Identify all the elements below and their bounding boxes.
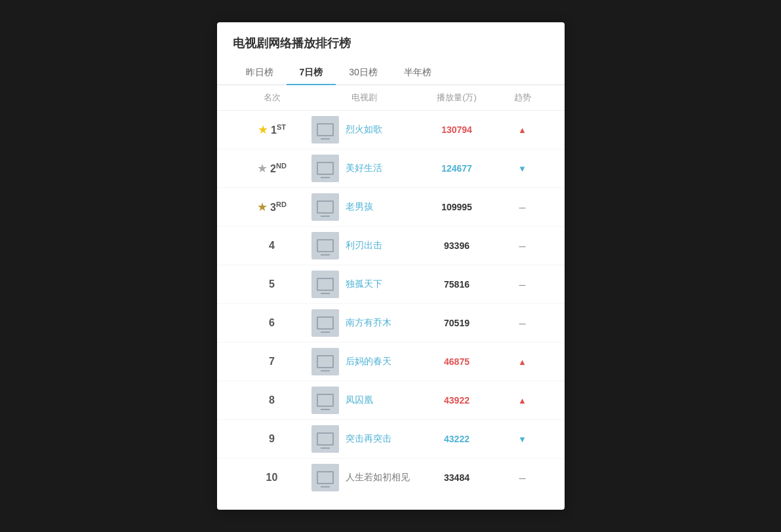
rank-cell: ★ 1ST [233, 123, 311, 137]
tv-cell: 后妈的春天 [311, 348, 418, 375]
table-row: ★ 3RD 老男孩 109995– [217, 188, 565, 227]
trend-flat-icon: – [496, 240, 549, 252]
tv-name[interactable]: 人生若如初相见 [346, 472, 410, 484]
tv-cell: 人生若如初相见 [311, 464, 418, 491]
tab-30day[interactable]: 30日榜 [336, 62, 391, 85]
tv-name[interactable]: 凤囚凰 [346, 394, 373, 406]
rank-cell: 7 [233, 356, 311, 368]
header-tv: 电视剧 [311, 92, 418, 104]
views-cell: 70519 [418, 318, 496, 328]
tab-halfyear[interactable]: 半年榜 [391, 62, 445, 85]
tv-thumbnail [311, 116, 339, 143]
rank-number: 3RD [270, 200, 287, 214]
panel-title: 电视剧网络播放排行榜 [217, 22, 565, 62]
rank-number: 6 [269, 317, 275, 329]
tv-name[interactable]: 后妈的春天 [346, 356, 391, 368]
table-row: ★ 1ST 烈火如歌 130794 [217, 111, 565, 149]
table-row: 7 后妈的春天 46875 [217, 343, 565, 381]
trend-up-icon [496, 124, 549, 135]
silver-star-icon: ★ [257, 161, 268, 176]
ranking-panel: 电视剧网络播放排行榜 昨日榜 7日榜 30日榜 半年榜 名次 电视剧 播放量(万… [217, 22, 565, 510]
table-row: 6 南方有乔木 70519– [217, 304, 565, 343]
rank-number: 5 [269, 278, 275, 290]
views-cell: 33484 [418, 472, 496, 483]
tv-thumbnail [311, 464, 339, 491]
views-cell: 130794 [418, 124, 496, 135]
rank-sup: RD [276, 200, 287, 208]
tv-thumbnail [311, 425, 339, 453]
table-row: 4 利刃出击 93396– [217, 227, 565, 265]
trend-down-icon [496, 163, 549, 174]
header-views: 播放量(万) [418, 92, 496, 104]
rank-sup: ND [276, 162, 287, 170]
rank-cell: 9 [233, 433, 311, 445]
tab-7day[interactable]: 7日榜 [287, 62, 336, 85]
tv-thumbnail [311, 232, 339, 259]
gold-star-icon: ★ [258, 123, 268, 137]
views-cell: 43922 [418, 395, 496, 406]
table-row: 9 突击再突击 43222 [217, 420, 565, 459]
tv-name[interactable]: 烈火如歌 [346, 124, 382, 136]
views-cell: 124677 [418, 163, 496, 174]
rank-number: 7 [269, 356, 275, 368]
bronze-star-icon: ★ [257, 200, 268, 214]
tv-cell: 老男孩 [311, 193, 418, 221]
trend-up-icon [496, 395, 549, 406]
rank-cell: 5 [233, 278, 311, 290]
table-body: ★ 1ST 烈火如歌 130794 ★ 2ND 美好生活 124677 ★ 3R… [217, 111, 565, 497]
table-header: 名次 电视剧 播放量(万) 趋势 [217, 85, 565, 111]
tv-cell: 烈火如歌 [311, 116, 418, 143]
tv-thumbnail [311, 193, 339, 221]
trend-flat-icon: – [496, 317, 549, 329]
tab-bar: 昨日榜 7日榜 30日榜 半年榜 [217, 62, 565, 85]
tv-cell: 南方有乔木 [311, 309, 418, 337]
header-rank: 名次 [233, 92, 311, 104]
rank-cell: 4 [233, 240, 311, 252]
table-row: 5 独孤天下 75816– [217, 265, 565, 304]
table-row: 10 人生若如初相见 33484– [217, 459, 565, 497]
tv-name[interactable]: 南方有乔木 [346, 317, 391, 329]
tv-thumbnail [311, 387, 339, 414]
table-row: 8 凤囚凰 43922 [217, 381, 565, 420]
table-row: ★ 2ND 美好生活 124677 [217, 149, 565, 188]
rank-number: 4 [269, 240, 275, 252]
tv-name[interactable]: 老男孩 [346, 201, 373, 213]
tv-name[interactable]: 突击再突击 [346, 433, 391, 445]
views-cell: 93396 [418, 240, 496, 251]
trend-down-icon [496, 434, 549, 444]
tv-name[interactable]: 利刃出击 [346, 240, 382, 252]
tv-thumbnail [311, 155, 339, 182]
rank-number: 8 [269, 394, 275, 406]
views-cell: 109995 [418, 202, 496, 212]
tv-thumbnail [311, 271, 339, 298]
tv-thumbnail [311, 348, 339, 375]
rank-cell: 10 [233, 472, 311, 484]
tv-thumbnail [311, 309, 339, 337]
trend-up-icon [496, 356, 549, 367]
rank-cell: 6 [233, 317, 311, 329]
rank-sup: ST [277, 123, 286, 131]
tab-yesterday[interactable]: 昨日榜 [233, 62, 287, 85]
rank-number: 9 [269, 433, 275, 445]
trend-flat-icon: – [496, 201, 549, 213]
rank-number: 10 [266, 472, 278, 484]
tv-cell: 利刃出击 [311, 232, 418, 259]
rank-cell: ★ 3RD [233, 200, 311, 214]
tv-name[interactable]: 美好生活 [346, 162, 382, 174]
trend-flat-icon: – [496, 278, 549, 290]
tv-cell: 突击再突击 [311, 425, 418, 453]
views-cell: 75816 [418, 279, 496, 290]
views-cell: 46875 [418, 356, 496, 367]
tv-cell: 凤囚凰 [311, 387, 418, 414]
trend-flat-icon: – [496, 472, 549, 484]
tv-cell: 美好生活 [311, 155, 418, 182]
rank-number: 1ST [271, 123, 286, 136]
rank-number: 2ND [270, 162, 287, 175]
tv-cell: 独孤天下 [311, 271, 418, 298]
header-trend: 趋势 [496, 92, 549, 104]
rank-cell: 8 [233, 394, 311, 406]
views-cell: 43222 [418, 434, 496, 444]
rank-cell: ★ 2ND [233, 161, 311, 176]
tv-name[interactable]: 独孤天下 [346, 278, 382, 290]
